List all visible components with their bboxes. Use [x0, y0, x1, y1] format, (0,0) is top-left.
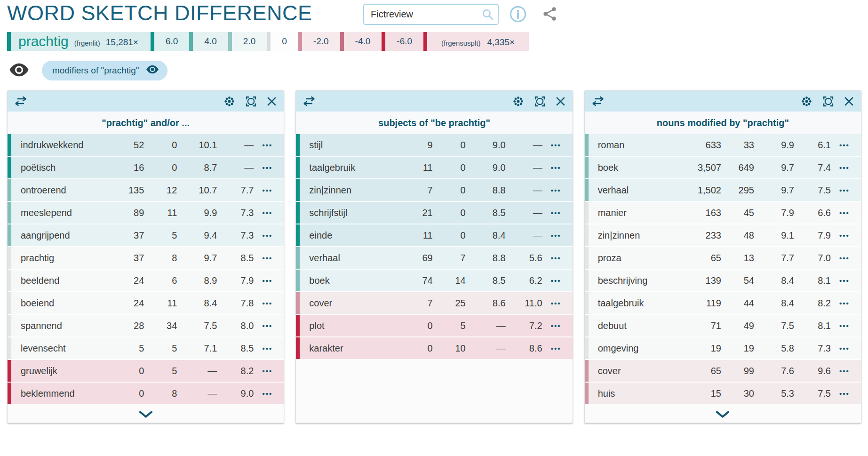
collocate-word[interactable]: spannend: [11, 320, 99, 331]
swap-columns-icon[interactable]: [14, 96, 27, 106]
collocate-word[interactable]: levensecht: [11, 343, 99, 354]
row-menu-dots[interactable]: •••: [542, 277, 573, 285]
collocate-word[interactable]: karakter: [300, 343, 388, 354]
collocate-word[interactable]: poëtisch: [11, 162, 99, 173]
collocate-word[interactable]: omgeving: [589, 343, 677, 354]
row-menu-dots[interactable]: •••: [831, 367, 861, 375]
table-row: beschrijving 139 54 8.4 8.1 •••: [585, 270, 861, 292]
row-menu-dots[interactable]: •••: [831, 390, 861, 398]
freq-corpus1: 52: [99, 140, 144, 151]
row-menu-dots[interactable]: •••: [831, 164, 861, 172]
chevron-down-icon[interactable]: [715, 411, 730, 418]
score-corpus1: 9.9: [754, 140, 794, 151]
row-menu-dots[interactable]: •••: [542, 254, 573, 262]
row-menu-dots[interactable]: •••: [542, 141, 573, 149]
row-menu-dots[interactable]: •••: [831, 277, 861, 285]
row-menu-dots[interactable]: •••: [254, 299, 284, 307]
row-color-bar: [585, 202, 589, 224]
info-icon[interactable]: [510, 6, 526, 24]
collocate-word[interactable]: boek: [589, 162, 677, 173]
close-icon[interactable]: [555, 96, 566, 107]
row-menu-dots[interactable]: •••: [542, 164, 573, 172]
row-menu-dots[interactable]: •••: [831, 344, 861, 352]
collocate-word[interactable]: meeslepend: [11, 208, 99, 218]
collocate-word[interactable]: proza: [589, 253, 677, 264]
word-sketch-icon[interactable]: [223, 95, 236, 108]
score-corpus2: 7.7: [217, 185, 254, 196]
freq-corpus1: 163: [677, 208, 721, 218]
collocate-word[interactable]: roman: [589, 140, 677, 151]
row-menu-dots[interactable]: •••: [254, 344, 284, 352]
chevron-down-icon[interactable]: [138, 411, 153, 418]
row-menu-dots[interactable]: •••: [254, 322, 284, 330]
collocate-word[interactable]: einde: [300, 230, 388, 241]
row-menu-dots[interactable]: •••: [542, 186, 573, 194]
row-menu-dots[interactable]: •••: [254, 254, 284, 262]
collocate-word[interactable]: manier: [589, 208, 677, 218]
collocate-word[interactable]: beschrijving: [589, 275, 677, 286]
collocate-word[interactable]: beklemmend: [11, 388, 99, 399]
swap-columns-icon[interactable]: [591, 96, 605, 106]
focus-icon[interactable]: [245, 96, 257, 107]
row-menu-dots[interactable]: •••: [254, 209, 284, 217]
collocate-word[interactable]: stijl: [300, 140, 388, 151]
collocate-word[interactable]: taalgebruik: [300, 162, 388, 173]
collocate-word[interactable]: gruwelijk: [11, 366, 99, 376]
collocate-word[interactable]: huis: [589, 388, 677, 399]
row-menu-dots[interactable]: •••: [831, 209, 861, 217]
row-menu-dots[interactable]: •••: [254, 367, 284, 375]
word-sketch-icon[interactable]: [800, 95, 813, 108]
collocate-word[interactable]: cover: [300, 298, 388, 309]
relation-chip-modifiers[interactable]: modifiers of "prachtig": [42, 61, 167, 80]
row-menu-dots[interactable]: •••: [831, 186, 861, 194]
focus-icon[interactable]: [534, 96, 546, 107]
collocate-word[interactable]: prachtig: [11, 253, 99, 264]
collocate-word[interactable]: plot: [300, 320, 388, 331]
row-menu-dots[interactable]: •••: [254, 164, 284, 172]
row-menu-dots[interactable]: •••: [542, 322, 573, 330]
row-menu-dots[interactable]: •••: [254, 277, 284, 285]
collocate-word[interactable]: zin|zinnen: [300, 185, 388, 196]
collocate-word[interactable]: ontroerend: [11, 185, 99, 196]
search-input[interactable]: [363, 4, 499, 25]
close-icon[interactable]: [266, 96, 277, 107]
visibility-toggle-icon[interactable]: [8, 62, 30, 80]
freq-corpus1: 3,507: [677, 162, 721, 173]
table-row: stijl 9 0 9.0 — •••: [296, 134, 572, 157]
row-menu-dots[interactable]: •••: [542, 232, 573, 240]
collocate-word[interactable]: zin|zinnen: [589, 230, 677, 241]
panel-footer: [296, 360, 572, 423]
row-menu-dots[interactable]: •••: [254, 186, 284, 194]
collocate-word[interactable]: indrukwekkend: [11, 140, 99, 151]
swap-columns-icon[interactable]: [303, 96, 316, 106]
row-menu-dots[interactable]: •••: [254, 141, 284, 149]
collocate-word[interactable]: boeiend: [11, 298, 99, 309]
focus-icon[interactable]: [822, 96, 834, 107]
collocate-word[interactable]: aangrijpend: [11, 230, 99, 241]
collocate-word[interactable]: cover: [589, 366, 677, 376]
score-corpus1: 8.8: [466, 253, 506, 264]
row-menu-dots[interactable]: •••: [831, 141, 861, 149]
collocate-word[interactable]: verhaal: [589, 185, 677, 196]
collocate-word[interactable]: verhaal: [300, 253, 388, 264]
row-menu-dots[interactable]: •••: [831, 254, 861, 262]
collocate-word[interactable]: taalgebruik: [589, 298, 677, 309]
collocate-word[interactable]: schrijfstijl: [300, 208, 388, 218]
search-icon[interactable]: [481, 8, 494, 23]
close-icon[interactable]: [844, 96, 854, 107]
row-menu-dots[interactable]: •••: [542, 299, 573, 307]
collocate-word[interactable]: boek: [300, 275, 388, 286]
row-menu-dots[interactable]: •••: [831, 232, 861, 240]
row-menu-dots[interactable]: •••: [254, 390, 284, 398]
row-menu-dots[interactable]: •••: [831, 299, 861, 307]
row-menu-dots[interactable]: •••: [254, 232, 284, 240]
collocate-word[interactable]: debuut: [589, 320, 677, 331]
collocate-word[interactable]: beeldend: [11, 275, 99, 286]
row-menu-dots[interactable]: •••: [542, 344, 573, 352]
share-icon[interactable]: [542, 6, 557, 24]
freq-corpus2: 30: [721, 388, 754, 399]
row-menu-dots[interactable]: •••: [542, 209, 573, 217]
eye-icon[interactable]: [146, 64, 159, 77]
row-menu-dots[interactable]: •••: [831, 322, 861, 330]
word-sketch-icon[interactable]: [512, 95, 525, 108]
